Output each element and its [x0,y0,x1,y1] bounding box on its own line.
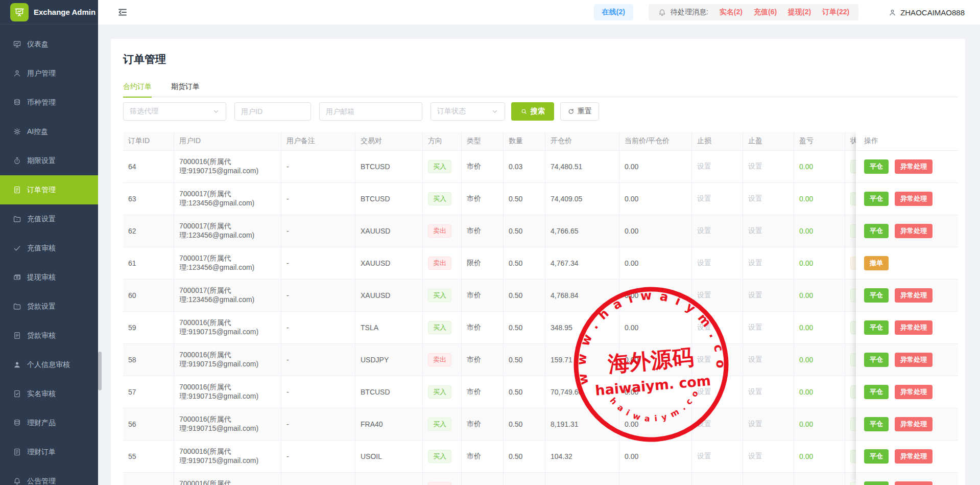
set-stop-loss-link[interactable]: 设置 [697,387,711,397]
close-position-button[interactable]: 平仓 [864,449,889,464]
sidebar-item[interactable]: AI控盘 [0,117,98,146]
column-header: 盈亏 [794,132,845,151]
close-position-button[interactable]: 平仓 [864,288,889,303]
sidebar-item[interactable]: 订单管理 [0,175,98,204]
sidebar-item[interactable]: 仪表盘 [0,30,98,59]
stopwatch-icon [12,156,21,166]
close-position-button[interactable]: 平仓 [864,385,889,399]
sidebar-item[interactable]: 充值设置 [0,204,98,234]
close-position-button[interactable]: 平仓 [864,481,889,485]
set-take-profit-link[interactable]: 设置 [748,194,762,203]
collapse-sidebar-icon[interactable] [117,7,128,18]
user-menu[interactable]: ZHAOCAIMAO888 [888,8,965,17]
set-stop-loss-link[interactable]: 设置 [697,291,711,300]
user-id-cell: 7000016(所属代理:9190715@gmail.com) [174,408,281,441]
user-email-input[interactable] [319,102,422,121]
sidebar-scrollbar-thumb[interactable] [98,352,102,390]
abnormal-handle-button[interactable]: 异常处理 [895,320,933,335]
qty-cell: 0.50 [504,215,545,247]
abnormal-handle-button[interactable]: 异常处理 [895,353,933,367]
sidebar-item[interactable]: 期限设置 [0,146,98,175]
pending-message-link[interactable]: 充值(6) [754,8,777,17]
actions-cell: 平仓异常处理 [856,183,958,215]
tab[interactable]: 期货订单 [171,78,200,97]
direction-cell: 买入 [423,312,462,344]
remark-cell: - [281,312,355,344]
sidebar-item[interactable]: 币种管理 [0,88,98,117]
search-button[interactable]: 搜索 [511,102,554,121]
close-position-button[interactable]: 平仓 [864,353,889,367]
agent-filter-select[interactable]: 筛选代理 [123,102,226,121]
set-stop-loss-link[interactable]: 设置 [697,162,711,171]
abnormal-handle-button[interactable]: 异常处理 [895,192,933,206]
presentation-chart-icon [10,3,29,21]
pending-message-link[interactable]: 提现(2) [788,8,811,17]
set-stop-loss-link[interactable]: 设置 [697,323,711,332]
sidebar-item[interactable]: 贷款设置 [0,292,98,321]
bell-icon [658,8,666,17]
set-take-profit-link[interactable]: 设置 [748,291,762,300]
set-take-profit-link[interactable]: 设置 [748,355,762,364]
reset-button[interactable]: 重置 [560,102,599,121]
abnormal-handle-button[interactable]: 异常处理 [895,224,933,238]
sidebar-item[interactable]: 公告管理 [0,467,98,485]
set-stop-loss-link[interactable]: 设置 [697,226,711,236]
type-cell: 市价 [462,183,504,215]
abnormal-handle-button[interactable]: 异常处理 [895,288,933,303]
sidebar-item[interactable]: 实名审核 [0,379,98,408]
set-stop-loss-link[interactable]: 设置 [697,259,711,268]
set-take-profit-link[interactable]: 设置 [748,226,762,236]
order-id-cell: 57 [123,376,174,408]
direction-tag: 买入 [428,385,451,399]
online-count-badge[interactable]: 在线(2) [594,4,633,20]
sidebar-item[interactable]: 理财订单 [0,437,98,467]
abnormal-handle-button[interactable]: 异常处理 [895,159,933,174]
pending-message-link[interactable]: 实名(2) [720,8,743,17]
tab[interactable]: 合约订单 [123,78,152,97]
check-icon [12,244,21,253]
order-status-select[interactable]: 订单状态 [431,102,505,121]
set-stop-loss-link[interactable]: 设置 [697,452,711,461]
close-position-button[interactable]: 平仓 [864,417,889,431]
abnormal-handle-button[interactable]: 异常处理 [895,417,933,431]
sidebar-item-label: 贷款设置 [27,302,56,311]
user-id-cell: 7000017(所属代理:123456@gmail.com) [174,247,281,280]
sidebar-item[interactable]: 充值审核 [0,234,98,263]
set-take-profit-link[interactable]: 设置 [748,162,762,171]
set-stop-loss-link[interactable]: 设置 [697,420,711,429]
abnormal-handle-button[interactable]: 异常处理 [895,449,933,464]
order-id-cell: 60 [123,280,174,312]
close-position-button[interactable]: 平仓 [864,320,889,335]
sidebar-item[interactable]: 个人信息审核 [0,350,98,379]
abnormal-handle-button[interactable]: 异常处理 [895,481,933,485]
set-stop-loss-link[interactable]: 设置 [697,355,711,364]
set-take-profit-link[interactable]: 设置 [748,452,762,461]
sidebar-item[interactable]: 用户管理 [0,59,98,88]
sidebar-item[interactable]: 理财产品 [0,408,98,437]
folder-icon [12,215,21,224]
sidebar-item-label: 币种管理 [27,98,56,107]
stop-loss-cell: 设置 [692,441,743,473]
close-position-button[interactable]: 平仓 [864,159,889,174]
sidebar-item[interactable]: 贷款审核 [0,321,98,350]
set-take-profit-link[interactable]: 设置 [748,259,762,268]
user-id-input[interactable] [234,102,311,121]
set-take-profit-link[interactable]: 设置 [748,420,762,429]
app-title: Exchange Admin [34,8,95,16]
set-stop-loss-link[interactable]: 设置 [697,194,711,203]
user-id-cell: 7000016(所属代理:9190715@gmail.com) [174,312,281,344]
close-position-button[interactable]: 平仓 [864,224,889,238]
abnormal-handle-button[interactable]: 异常处理 [895,385,933,399]
agent-filter-placeholder: 筛选代理 [130,107,158,116]
stop-loss-cell: 设置 [692,280,743,312]
set-take-profit-link[interactable]: 设置 [748,387,762,397]
pending-message-link[interactable]: 订单(22) [822,8,849,17]
user-id-cell: 7000016(所属代理:9190715@gmail.com) [174,441,281,473]
set-take-profit-link[interactable]: 设置 [748,323,762,332]
sidebar-item[interactable]: 提现审核 [0,263,98,292]
cancel-order-button[interactable]: 撤单 [864,256,889,270]
actions-cell: 平仓异常处理 [856,441,958,473]
stop-loss-cell: 设置 [692,408,743,441]
pnl-cell: 0.00 [794,280,845,312]
close-position-button[interactable]: 平仓 [864,192,889,206]
